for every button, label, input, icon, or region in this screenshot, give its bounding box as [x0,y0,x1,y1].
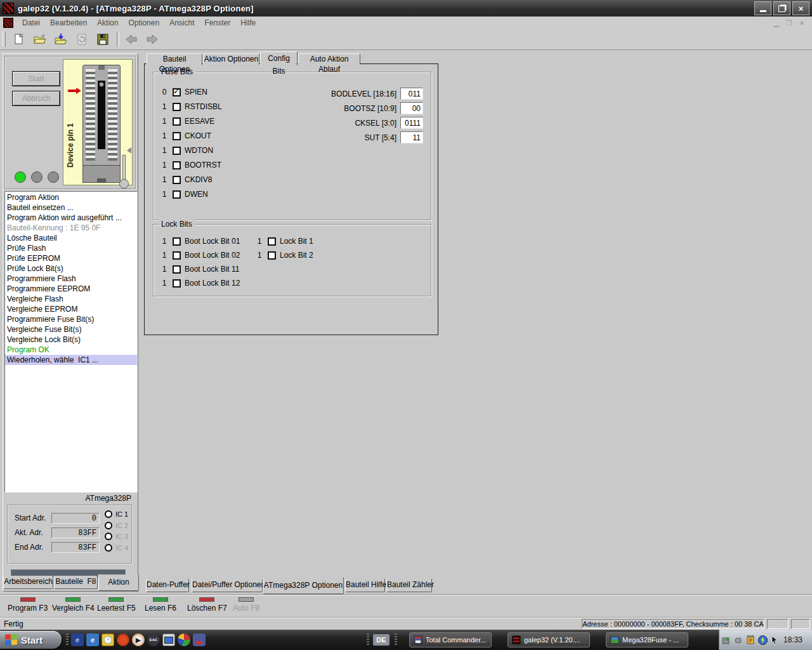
minimize-button[interactable] [754,1,771,15]
menu-aktion[interactable]: Aktion [92,17,123,29]
log-item[interactable]: Vergleiche Fuse Bit(s) [5,324,137,335]
verify-file-icon[interactable] [72,31,91,48]
monitor-icon[interactable] [162,633,175,646]
clock-time[interactable]: 18:33 [783,635,802,644]
tab-aktion[interactable]: Aktion [98,574,139,591]
tab-aktion-optionen[interactable]: Aktion Optionen [203,53,259,65]
clipboard-tray-icon[interactable] [745,635,756,645]
sut-input[interactable] [400,131,423,143]
floppy-icon[interactable] [193,633,206,646]
auto-f9-button[interactable]: Auto F9 [233,597,259,613]
clock-icon[interactable]: 🕐 [102,633,114,646]
log-item[interactable]: Programmiere Fuse Bit(s) [5,314,137,324]
pointer-tray-icon[interactable] [769,635,780,645]
program-f3-button[interactable]: Program F3 [8,597,48,613]
save-file-icon[interactable] [93,31,112,48]
chart-icon[interactable] [178,633,190,646]
bodlevel-input[interactable] [400,88,423,100]
log-item[interactable]: Prüfe Lock Bit(s) [5,263,137,274]
mdi-restore-button[interactable]: ❐ [784,19,794,27]
open-file-icon[interactable] [30,31,49,48]
close-button[interactable]: × [792,1,809,15]
lesen-f6-button[interactable]: Lesen F6 [145,597,176,613]
log-item[interactable]: Prüfe Flash [5,243,137,253]
action-log-list[interactable]: Program Aktion Bauteil einsetzen ... Pro… [4,191,138,493]
menu-optionen[interactable]: Optionen [123,17,164,29]
power-tray-icon[interactable] [757,635,768,645]
boot-lock-bit-11-checkbox[interactable] [173,265,181,274]
rstdisbl-checkbox[interactable] [173,103,181,111]
tab-bauteil-hilfe[interactable]: Bauteil Hilfe [345,579,385,592]
log-item[interactable]: Programmiere Flash [5,274,137,284]
tab-datei-puffer-optionen[interactable]: Datei/Puffer Optionen [192,579,263,592]
log-item[interactable]: Program OK [5,345,137,355]
dwen-checkbox[interactable] [173,190,181,199]
spien-checkbox[interactable] [173,88,181,96]
tab-bauteil-zaehler[interactable]: Bauteil Zähler [386,579,432,592]
bootsz-input[interactable] [400,102,423,114]
audio-tray-icon[interactable] [733,635,743,645]
tab-bauteil-optionen[interactable]: Bauteil Optionen [147,53,202,65]
task-mega328fuse[interactable]: Mega328Fuse - ... [606,632,688,647]
ckdiv8-checkbox[interactable] [173,176,181,184]
ic4-radio[interactable] [105,544,112,552]
ic1-radio[interactable] [105,510,112,518]
boot-lock-bit-02-checkbox[interactable] [173,251,181,260]
menu-fenster[interactable]: Fenster [199,17,235,29]
menu-hilfe[interactable]: Hilfe [235,17,261,29]
tab-atmega328p-optionen[interactable]: ATmega328P Optionen [263,578,344,594]
log-item[interactable]: Bauteil-Kennung : 1E 95 0F [5,223,137,233]
tab-bauteile[interactable]: Bauteile F8 [54,576,98,589]
back-icon[interactable] [122,31,141,48]
tab-daten-puffer[interactable]: Daten-Puffer [146,579,189,592]
tab-auto-aktion-ablauf[interactable]: Auto Aktion Ablauf [298,53,360,65]
language-indicator[interactable]: DE [373,634,390,646]
ic3-radio[interactable] [105,533,112,540]
eesave-checkbox[interactable] [173,117,181,126]
cksel-input[interactable] [400,117,423,129]
leertest-f5-button[interactable]: Leertest F5 [97,597,136,613]
eac-icon[interactable]: EAC [147,633,160,646]
wdton-checkbox[interactable] [173,147,181,155]
ic2-radio[interactable] [105,522,112,529]
log-item[interactable]: Program Aktion wird ausgeführt ... [5,213,137,223]
restore-button[interactable] [773,1,790,15]
abort-button[interactable]: Abbruch [12,91,60,106]
tab-arbeitsbereich[interactable]: Arbeitsbereich [3,576,53,589]
log-item[interactable]: Programmiere EEPROM [5,284,137,294]
vergleich-f4-button[interactable]: Vergleich F4 [52,597,95,613]
lock-bit-1-checkbox[interactable] [268,237,276,246]
log-item[interactable]: Program Aktion [5,192,137,202]
start-menu-button[interactable]: Start [0,631,62,649]
opera-icon[interactable] [117,633,129,646]
log-item[interactable]: Lösche Bauteil [5,233,137,243]
log-item[interactable]: Prüfe EEPROM [5,253,137,263]
mdi-child-icon[interactable] [3,18,13,28]
load-file-icon[interactable] [51,31,70,48]
start-button[interactable]: Start [12,71,60,86]
menu-datei[interactable]: Datei [17,17,45,29]
boot-lock-bit-12-checkbox[interactable] [173,279,181,288]
new-file-icon[interactable] [10,31,29,48]
log-item[interactable]: Vergleiche Flash [5,294,137,304]
media-player-icon[interactable]: ▶ [132,633,145,646]
log-item[interactable]: Wiederholen, wähle IC1 ... [5,355,137,365]
task-total-commander[interactable]: Total Commander... [409,632,492,647]
mdi-close-button[interactable]: × [797,19,807,27]
browser-e-icon[interactable]: e [86,633,99,646]
mdi-minimize-button[interactable]: ▁ [771,19,782,27]
tab-config-bits[interactable]: Config Bits [260,51,298,65]
log-item[interactable]: Vergleiche EEPROM [5,304,137,314]
ie-icon[interactable]: e [71,633,84,646]
log-item[interactable]: Bauteil einsetzen ... [5,202,137,213]
bootrst-checkbox[interactable] [173,161,181,169]
loeschen-f7-button[interactable]: Löschen F7 [187,597,227,613]
lock-bit-2-checkbox[interactable] [268,251,276,260]
update-tray-icon[interactable] [721,635,731,645]
menu-bearbeiten[interactable]: Bearbeiten [45,17,92,29]
boot-lock-bit-01-checkbox[interactable] [173,237,181,246]
ckout-checkbox[interactable] [173,132,181,140]
task-galep32[interactable]: galep32 (V.1.20.... [508,632,590,647]
menu-ansicht[interactable]: Ansicht [164,17,199,29]
log-item[interactable]: Vergleiche Lock Bit(s) [5,335,137,345]
